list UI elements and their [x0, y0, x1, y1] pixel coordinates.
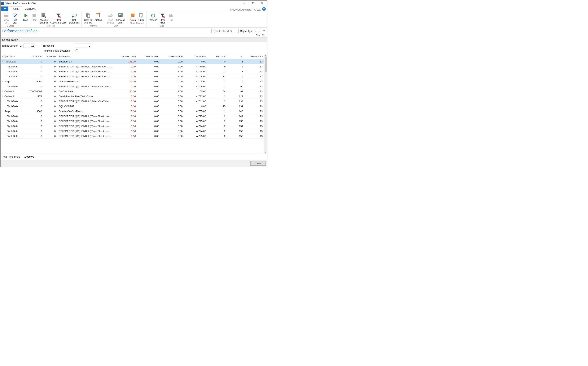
col-object-id[interactable]: Object ID — [24, 54, 43, 59]
col-duration[interactable]: Duration (ms) — [116, 54, 137, 59]
start-button[interactable]: Start — [21, 12, 30, 24]
table-row[interactable]: TableData00SELECT TOP (@0) ISNULL("Time … — [0, 119, 264, 124]
tab-actions[interactable]: ACTIONS — [22, 7, 40, 11]
col-hit-count[interactable]: HitCount — [207, 54, 227, 59]
chart-icon — [118, 12, 124, 19]
svg-rect-24 — [87, 14, 90, 17]
app-icon — [1, 2, 4, 5]
analyze-etl-button[interactable]: Analyze ETL File — [38, 12, 49, 24]
svg-point-44 — [171, 15, 173, 17]
ribbon-group-view: Show as List Show as Chart View — [105, 12, 127, 27]
play-icon — [23, 12, 29, 19]
minimize-button[interactable] — [240, 0, 249, 6]
grid-area: Object Type Object ID Line No Statement … — [0, 54, 267, 153]
table-row[interactable]: TableData00SELECT TOP (@0) ISNULL("Sales… — [0, 99, 264, 104]
table-row[interactable]: TableData00SELECT TOP (@0) ISNULL("Time … — [0, 134, 264, 139]
svg-rect-3 — [244, 3, 246, 3]
ribbon-tabs: HOME ACTIONS CRONUS Australia Pty. Ltd. … — [0, 6, 267, 11]
tree-expand-icon[interactable]: ▿ — [2, 61, 4, 63]
speech-icon — [71, 12, 77, 19]
view-list-button: View List — [2, 12, 10, 24]
help-icon[interactable]: ? — [262, 7, 266, 11]
close-window-button[interactable] — [258, 0, 266, 6]
clear-filter-button[interactable]: Clear Filter — [158, 12, 167, 24]
tree-expand-icon[interactable]: ▹ — [2, 80, 4, 83]
links-button[interactable]: Links — [137, 12, 145, 22]
table-row[interactable]: ▹Codeunit20000000040GetCueStyle20.000.00… — [0, 89, 264, 94]
filter-go-button[interactable]: → — [257, 29, 261, 33]
col-min-duration[interactable]: MinDuration — [137, 54, 160, 59]
find-button: Find — [167, 12, 175, 24]
tree-expand-icon[interactable]: ▹ — [2, 90, 4, 92]
col-object-type[interactable]: Object Type — [0, 54, 24, 59]
scroll-up-icon[interactable]: ▲ — [264, 54, 267, 56]
ribbon-group-manage: View List Edit List Manage — [1, 12, 20, 27]
file-tab[interactable] — [1, 7, 8, 11]
refresh-button[interactable]: Refresh — [148, 12, 158, 24]
col-last-active[interactable]: LastActive — [184, 54, 207, 59]
notes-icon — [130, 12, 136, 19]
svg-marker-7 — [4, 8, 6, 9]
archive-icon — [95, 12, 102, 19]
threshold-input[interactable] — [75, 44, 91, 48]
table-row[interactable]: TableData00SQL COMMIT5.000.000.000.00151… — [0, 104, 264, 109]
table-row[interactable]: ▹Page90600OnAfterGetRecord15.0015.0015.0… — [0, 79, 264, 84]
table-row[interactable]: TableData00SELECT TOP (@0) ISNULL("Sales… — [0, 84, 264, 89]
svg-rect-0 — [2, 3, 2, 4]
notes-button[interactable]: Notes — [128, 12, 137, 22]
table-row[interactable]: TableData00SELECT TOP (@0) ISNULL("Time … — [0, 129, 264, 134]
table-row[interactable]: ▹Page90600OnAfterGetCurrRecord0.000.000.… — [0, 109, 264, 114]
config-header-label: Configuration — [2, 38, 18, 41]
close-button[interactable]: Close — [250, 161, 266, 166]
table-row[interactable]: TableData00SELECT TOP (@0) ISNULL("Sales… — [0, 64, 264, 69]
get-statement-button[interactable]: Get Statement — [68, 12, 80, 24]
threshold-label: Threshold: — [43, 44, 73, 47]
clear-codeunit-button[interactable]: Clear Codeunit 1 calls — [49, 12, 68, 24]
svg-rect-8 — [4, 14, 8, 14]
footer-total: Total Time (ms): 1,989.00 — [0, 153, 267, 160]
tab-home[interactable]: HOME — [8, 7, 22, 11]
filter-column-select[interactable]: Object Type — [238, 29, 257, 33]
ribbon-group-show-attached: Notes Links Show Attached — [127, 12, 147, 27]
edit-list-icon — [12, 12, 18, 19]
clear-filter-icon — [159, 12, 166, 19]
col-id[interactable]: Id — [227, 54, 245, 59]
filter-input[interactable] — [212, 29, 238, 33]
config-collapse-icon[interactable]: ˆ — [264, 39, 266, 41]
col-line-no[interactable]: Line No — [44, 54, 57, 59]
heading-row: Performance Profiler · Object Type → — [0, 28, 267, 34]
expand-filter-icon[interactable] — [263, 30, 265, 33]
table-row[interactable]: ▿TableData00Session: 13;325.000.000.000.… — [0, 59, 264, 64]
col-session-id[interactable]: Session ID — [245, 54, 264, 59]
svg-rect-9 — [4, 15, 8, 16]
table-row[interactable]: TableData00SELECT TOP (@0) ISNULL("Sales… — [0, 74, 264, 79]
group-label-process: Process — [47, 25, 55, 27]
svg-rect-4 — [253, 2, 254, 4]
svg-rect-34 — [121, 14, 122, 17]
edit-list-button[interactable]: Edit List — [10, 12, 19, 24]
group-label-manage: Manage — [7, 25, 14, 27]
table-row[interactable]: TableData00SELECT TOP (@0) ISNULL("Sales… — [0, 69, 264, 74]
table-row[interactable]: TableData00SELECT TOP (@0) ISNULL("Time … — [0, 114, 264, 119]
col-statement[interactable]: Statement — [57, 54, 116, 59]
tree-expand-icon[interactable]: ▹ — [2, 110, 4, 112]
scroll-thumb[interactable] — [265, 57, 267, 72]
table-row[interactable]: TableData00SELECT TOP (@0) ISNULL("Time … — [0, 124, 264, 129]
archive-button[interactable]: Archive — [94, 12, 103, 24]
quick-filter: Object Type → — [211, 29, 261, 33]
copy-icon — [85, 12, 91, 19]
config-header[interactable]: Configuration ˆ — [0, 38, 267, 42]
target-session-input[interactable] — [24, 44, 35, 48]
show-as-chart-button[interactable]: Show as Chart — [115, 12, 126, 24]
scroll-down-icon[interactable]: ▼ — [264, 152, 267, 153]
multi-session-checkbox[interactable] — [76, 49, 78, 52]
maximize-button[interactable] — [249, 0, 258, 6]
col-max-duration[interactable]: MaxDuration — [161, 54, 184, 59]
tree-expand-icon[interactable]: ▹ — [2, 95, 4, 97]
table-row[interactable]: ▹Codeunit11740GetMyPendingUserTasksCount… — [0, 94, 264, 99]
total-time-label: Total Time (ms): — [2, 155, 20, 158]
list-icon — [3, 12, 9, 19]
copy-to-archive-button[interactable]: Copy To Archive — [83, 12, 94, 24]
grid[interactable]: Object Type Object ID Line No Statement … — [0, 54, 264, 153]
vertical-scrollbar[interactable]: ▲ ▼ — [264, 54, 267, 153]
